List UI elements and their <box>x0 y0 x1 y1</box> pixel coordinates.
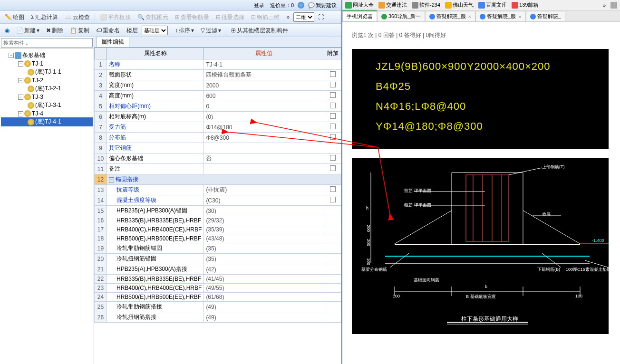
prop-row[interactable]: 24HRB500(E),HRB500E(EE),HRBF(61/68) <box>95 293 341 302</box>
toolbar-draw: ✏️ 绘图 Σ 汇总计算 ☁️ 云检查 ⬜ 平齐板顶 🔍 查找图元 ⊞ 查看钢筋… <box>0 10 341 24</box>
col-num <box>95 48 107 59</box>
svg-line-22 <box>542 253 561 268</box>
prop-row[interactable]: 18HRB500(E),HRB500E(EE),HRBF(43/48) <box>95 234 341 243</box>
component-tree[interactable]: −条形基础 −TJ-1(底)TJ-1-1−TJ-2(底)TJ-2-1−TJ-3(… <box>0 49 94 364</box>
tree-item[interactable]: −TJ-2 <box>1 77 93 84</box>
sort-button[interactable]: ↕ 排序 ▾ <box>172 26 197 36</box>
expand-button[interactable]: » <box>283 13 292 21</box>
prop-row[interactable]: 6相对底标高(m)(0) <box>95 112 341 122</box>
tree-leaf[interactable]: (底)TJ-1-1 <box>1 67 93 77</box>
find-button[interactable]: 🔍 查找图元 <box>135 12 171 22</box>
component-icon <box>24 110 31 117</box>
tree-leaf[interactable]: (底)TJ-2-1 <box>1 84 93 93</box>
col-value: 属性值 <box>204 48 324 59</box>
checkbox[interactable] <box>330 124 336 129</box>
browser-tab[interactable]: 手机浏览器 <box>342 10 377 21</box>
cloud-check-button[interactable]: ☁️ 云检查 <box>62 12 93 22</box>
browser-tab[interactable]: 答疑解惑_服× <box>425 11 475 21</box>
copy-from-button[interactable]: ⊞ 从其他楼层复制构件 <box>228 26 291 36</box>
view-select[interactable]: 二维 <box>293 12 314 22</box>
prop-row[interactable]: 20冷轧扭钢筋锚固(35) <box>95 254 341 264</box>
tree-leaf[interactable]: (底)TJ-3-1 <box>1 101 93 110</box>
bell-icon[interactable] <box>298 2 304 9</box>
property-grid[interactable]: 属性名称 属性值 附加 1名称TJ-4-12截面形状四棱锥台截面条基3宽度(mm… <box>94 48 341 364</box>
draw-button[interactable]: ✏️ 绘图 <box>2 12 27 22</box>
prop-row[interactable]: 8分布筋Φ8@300 <box>95 133 341 143</box>
browser-tab[interactable]: 360导航_新一 <box>377 11 425 21</box>
checkbox[interactable] <box>330 134 336 140</box>
checkbox[interactable] <box>330 165 336 171</box>
tree-item[interactable]: −TJ-3 <box>1 93 93 101</box>
checkbox[interactable] <box>330 103 336 108</box>
checkbox[interactable] <box>330 155 336 161</box>
browser-tab[interactable]: 答疑解惑_ <box>526 11 565 21</box>
checkbox[interactable] <box>330 113 336 119</box>
target-button[interactable]: ◉ <box>2 26 12 35</box>
fullscreen-button[interactable]: ⛶ <box>315 13 327 21</box>
prop-row[interactable]: 4高度(mm)600 <box>95 91 341 101</box>
checkbox[interactable] <box>330 82 336 87</box>
close-icon[interactable]: × <box>468 14 471 19</box>
prop-row[interactable]: 1名称TJ-4-1 <box>95 59 341 70</box>
delete-button[interactable]: ✖ 删除 <box>43 26 66 36</box>
tree-item[interactable]: −TJ-1 <box>1 60 93 67</box>
layer-select[interactable]: 基础层 <box>142 26 168 35</box>
prop-row[interactable]: 5相对偏心距(mm)0 <box>95 101 341 112</box>
checkbox[interactable] <box>330 186 336 192</box>
prop-row[interactable]: 15HPB235(A),HPB300(A)锚固(30) <box>95 206 341 216</box>
prop-row[interactable]: 19冷轧带肋钢筋锚固(35) <box>95 243 341 254</box>
tree-root[interactable]: −条形基础 <box>1 51 93 60</box>
prop-row[interactable]: 22HRB335(B),HRB335E(BE),HRBF(41/45) <box>95 275 341 284</box>
browser-tab[interactable]: 答疑解惑_服× <box>475 11 526 21</box>
bookmark-item[interactable]: 佛山天气 <box>445 1 474 9</box>
feedback-link[interactable]: 💬我要建议 <box>306 2 339 9</box>
checkbox[interactable] <box>330 71 336 77</box>
prop-row[interactable]: 11备注 <box>95 164 341 174</box>
search-input[interactable] <box>1 38 93 48</box>
new-button[interactable]: 📄 新建 ▾ <box>13 26 42 36</box>
rebar-qty-button[interactable]: ⊞ 查看钢筋量 <box>172 12 212 22</box>
component-icon <box>28 102 34 109</box>
prop-row[interactable]: 23HRB400(C),HRB400E(CE),HRBF(49/55) <box>95 284 341 293</box>
svg-line-21 <box>390 253 409 268</box>
bookmark-item[interactable]: 网址大全 <box>345 1 374 9</box>
bookmark-item[interactable]: 百度文库 <box>478 1 507 9</box>
sum-button[interactable]: Σ 汇总计算 <box>28 12 61 22</box>
tab-icon <box>530 14 536 19</box>
filter-button[interactable]: ▽ 过滤 ▾ <box>198 26 224 36</box>
more-bookmarks[interactable]: » <box>603 2 606 8</box>
close-icon[interactable]: × <box>518 14 521 19</box>
bookmark-item[interactable]: 交通违法 <box>378 1 407 9</box>
rename-button[interactable]: 🏷 重命名 <box>93 26 123 36</box>
login-link[interactable]: 登录 <box>252 2 266 9</box>
bookmark-item[interactable]: 139邮箱 <box>512 1 538 9</box>
batch-button[interactable]: ⊟ 批量选择 <box>213 12 247 22</box>
prop-row[interactable]: 25冷轧带肋钢筋搭接(49) <box>95 302 341 312</box>
prop-row[interactable]: 3宽度(mm)2000 <box>95 80 341 91</box>
prop-row[interactable]: 16HRB335(B),HRB335E(BE),HRBF(29/32) <box>95 216 341 225</box>
prop-row[interactable]: 17HRB400(C),HRB400E(CE),HRBF(35/39) <box>95 225 341 234</box>
checkbox[interactable] <box>330 197 336 202</box>
prop-row[interactable]: 10偏心条形基础否 <box>95 153 341 164</box>
prop-row[interactable]: 13抗震等级(非抗震) <box>95 185 341 195</box>
grid-icon[interactable] <box>610 2 617 9</box>
tab-props[interactable]: 属性编辑 <box>96 37 129 47</box>
prop-row[interactable]: 2截面形状四棱锥台截面条基 <box>95 70 341 80</box>
page-content: 浏览1 次 | 0 回答 | 0 答得好 | 0问得好 JZL9(9B)600×… <box>342 22 620 364</box>
checkbox[interactable] <box>330 92 336 98</box>
prop-row[interactable]: 21HPB235(A),HPB300(A)搭接(42) <box>95 264 341 275</box>
bookmark-item[interactable]: 软件-234 <box>412 1 440 9</box>
prop-row[interactable]: 7受力筋Φ14@180 <box>95 122 341 133</box>
tree-item[interactable]: −TJ-4 <box>1 110 93 117</box>
prop-row[interactable]: 14混凝土强度等级(C30) <box>95 195 341 206</box>
tab-icon <box>480 14 485 19</box>
copy-button[interactable]: 📋 复制 <box>67 26 92 36</box>
tree-leaf[interactable]: (底)TJ-4-1 <box>1 117 93 126</box>
floor-label: 楼层 <box>124 26 141 36</box>
prop-row[interactable]: 26冷轧扭钢筋搭接(49) <box>95 312 341 323</box>
browser-tabstrip: 手机浏览器360导航_新一答疑解惑_服×答疑解惑_服×答疑解惑_ <box>342 10 620 22</box>
prop-row[interactable]: 9其它钢筋 <box>95 143 341 153</box>
bookmark-bar: 网址大全交通违法软件-234佛山天气百度文库139邮箱 » <box>342 0 620 10</box>
rebar3d-button[interactable]: ⊡ 钢筋三维 <box>248 12 282 22</box>
flat-button[interactable]: ⬜ 平齐板顶 <box>97 12 134 22</box>
